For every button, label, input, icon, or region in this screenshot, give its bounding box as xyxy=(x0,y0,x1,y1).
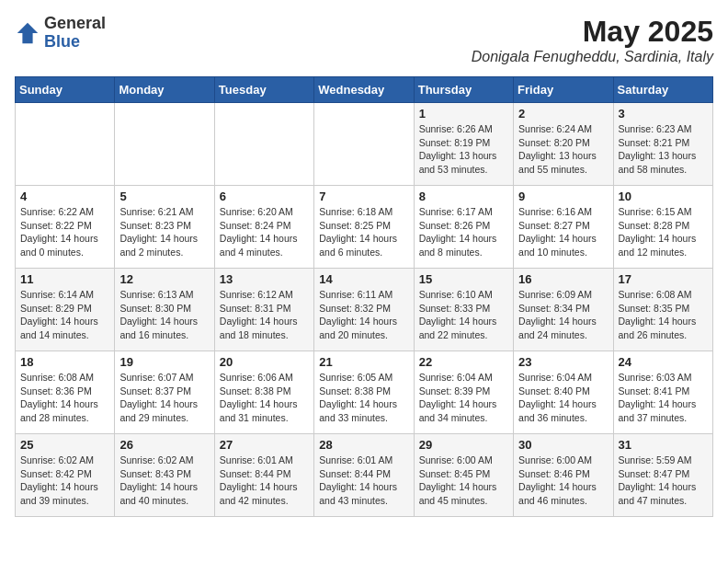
day-number: 16 xyxy=(518,272,608,286)
week-row-3: 11Sunrise: 6:14 AM Sunset: 8:29 PM Dayli… xyxy=(16,269,713,351)
day-info: Sunrise: 6:21 AM Sunset: 8:23 PM Dayligh… xyxy=(119,205,209,259)
day-number: 1 xyxy=(419,107,508,121)
day-number: 31 xyxy=(619,438,708,452)
calendar-header: SundayMondayTuesdayWednesdayThursdayFrid… xyxy=(16,77,713,103)
day-number: 12 xyxy=(119,272,209,286)
day-cell xyxy=(314,103,414,186)
day-info: Sunrise: 6:02 AM Sunset: 8:42 PM Dayligh… xyxy=(20,454,109,508)
day-info: Sunrise: 6:12 AM Sunset: 8:31 PM Dayligh… xyxy=(220,288,309,342)
month-year: May 2025 xyxy=(472,15,713,49)
day-info: Sunrise: 6:11 AM Sunset: 8:32 PM Dayligh… xyxy=(319,288,408,342)
day-cell: 31Sunrise: 5:59 AM Sunset: 8:47 PM Dayli… xyxy=(613,434,712,517)
day-number: 28 xyxy=(319,438,408,452)
day-info: Sunrise: 6:00 AM Sunset: 8:46 PM Dayligh… xyxy=(518,454,608,508)
day-number: 4 xyxy=(20,190,109,203)
day-info: Sunrise: 6:23 AM Sunset: 8:21 PM Dayligh… xyxy=(619,122,708,177)
header-row: SundayMondayTuesdayWednesdayThursdayFrid… xyxy=(16,77,713,103)
logo-blue: Blue xyxy=(44,33,106,52)
day-cell: 6Sunrise: 6:20 AM Sunset: 8:24 PM Daylig… xyxy=(214,186,313,269)
day-cell: 26Sunrise: 6:02 AM Sunset: 8:43 PM Dayli… xyxy=(115,434,214,517)
day-info: Sunrise: 6:08 AM Sunset: 8:36 PM Dayligh… xyxy=(20,371,109,425)
day-number: 3 xyxy=(619,107,708,121)
day-info: Sunrise: 6:26 AM Sunset: 8:19 PM Dayligh… xyxy=(419,122,508,177)
day-info: Sunrise: 6:13 AM Sunset: 8:30 PM Dayligh… xyxy=(119,288,209,342)
day-info: Sunrise: 6:04 AM Sunset: 8:40 PM Dayligh… xyxy=(518,371,608,425)
day-info: Sunrise: 6:01 AM Sunset: 8:44 PM Dayligh… xyxy=(220,454,309,508)
day-cell: 7Sunrise: 6:18 AM Sunset: 8:25 PM Daylig… xyxy=(314,186,414,269)
day-cell: 23Sunrise: 6:04 AM Sunset: 8:40 PM Dayli… xyxy=(514,351,613,434)
day-info: Sunrise: 6:05 AM Sunset: 8:38 PM Dayligh… xyxy=(319,371,408,425)
week-row-2: 4Sunrise: 6:22 AM Sunset: 8:22 PM Daylig… xyxy=(16,186,713,269)
day-number: 21 xyxy=(319,355,408,369)
day-number: 15 xyxy=(419,272,508,286)
day-number: 9 xyxy=(518,190,608,203)
day-cell: 9Sunrise: 6:16 AM Sunset: 8:27 PM Daylig… xyxy=(514,186,613,269)
day-cell: 25Sunrise: 6:02 AM Sunset: 8:42 PM Dayli… xyxy=(16,434,115,517)
day-cell: 22Sunrise: 6:04 AM Sunset: 8:39 PM Dayli… xyxy=(414,351,513,434)
logo: General Blue xyxy=(15,15,106,52)
day-number: 26 xyxy=(119,438,209,452)
day-cell: 12Sunrise: 6:13 AM Sunset: 8:30 PM Dayli… xyxy=(115,269,214,351)
day-number: 20 xyxy=(220,355,309,369)
day-cell: 8Sunrise: 6:17 AM Sunset: 8:26 PM Daylig… xyxy=(414,186,513,269)
day-info: Sunrise: 6:10 AM Sunset: 8:33 PM Dayligh… xyxy=(419,288,508,342)
day-info: Sunrise: 6:15 AM Sunset: 8:28 PM Dayligh… xyxy=(619,205,708,259)
day-number: 17 xyxy=(619,272,708,286)
day-cell: 3Sunrise: 6:23 AM Sunset: 8:21 PM Daylig… xyxy=(613,103,712,186)
day-info: Sunrise: 6:06 AM Sunset: 8:38 PM Dayligh… xyxy=(220,371,309,425)
day-info: Sunrise: 6:04 AM Sunset: 8:39 PM Dayligh… xyxy=(419,371,508,425)
day-number: 27 xyxy=(220,438,309,452)
day-info: Sunrise: 6:16 AM Sunset: 8:27 PM Dayligh… xyxy=(518,205,608,259)
header-friday: Friday xyxy=(514,77,613,103)
day-info: Sunrise: 6:14 AM Sunset: 8:29 PM Dayligh… xyxy=(20,288,109,342)
logo-icon xyxy=(15,20,40,46)
day-info: Sunrise: 6:01 AM Sunset: 8:44 PM Dayligh… xyxy=(319,454,408,508)
day-cell: 10Sunrise: 6:15 AM Sunset: 8:28 PM Dayli… xyxy=(613,186,712,269)
day-cell: 30Sunrise: 6:00 AM Sunset: 8:46 PM Dayli… xyxy=(514,434,613,517)
day-number: 6 xyxy=(220,190,309,203)
day-cell: 13Sunrise: 6:12 AM Sunset: 8:31 PM Dayli… xyxy=(214,269,313,351)
day-cell: 19Sunrise: 6:07 AM Sunset: 8:37 PM Dayli… xyxy=(115,351,214,434)
week-row-5: 25Sunrise: 6:02 AM Sunset: 8:42 PM Dayli… xyxy=(16,434,713,517)
day-cell xyxy=(115,103,214,186)
day-info: Sunrise: 6:09 AM Sunset: 8:34 PM Dayligh… xyxy=(518,288,608,342)
day-cell: 11Sunrise: 6:14 AM Sunset: 8:29 PM Dayli… xyxy=(16,269,115,351)
day-cell: 5Sunrise: 6:21 AM Sunset: 8:23 PM Daylig… xyxy=(115,186,214,269)
day-cell: 20Sunrise: 6:06 AM Sunset: 8:38 PM Dayli… xyxy=(214,351,313,434)
day-info: Sunrise: 6:08 AM Sunset: 8:35 PM Dayligh… xyxy=(619,288,708,342)
location: Donigala Fenugheddu, Sardinia, Italy xyxy=(472,49,713,65)
logo-general: General xyxy=(44,15,106,33)
day-number: 29 xyxy=(419,438,508,452)
svg-marker-0 xyxy=(17,23,38,43)
header-thursday: Thursday xyxy=(414,77,513,103)
day-number: 10 xyxy=(619,190,708,203)
header-wednesday: Wednesday xyxy=(314,77,414,103)
day-cell: 14Sunrise: 6:11 AM Sunset: 8:32 PM Dayli… xyxy=(314,269,414,351)
day-number: 13 xyxy=(220,272,309,286)
day-number: 8 xyxy=(419,190,508,203)
calendar-table: SundayMondayTuesdayWednesdayThursdayFrid… xyxy=(15,76,713,517)
day-cell: 18Sunrise: 6:08 AM Sunset: 8:36 PM Dayli… xyxy=(16,351,115,434)
header-saturday: Saturday xyxy=(613,77,712,103)
day-number: 30 xyxy=(518,438,608,452)
week-row-1: 1Sunrise: 6:26 AM Sunset: 8:19 PM Daylig… xyxy=(16,103,713,186)
header-monday: Monday xyxy=(115,77,214,103)
day-info: Sunrise: 6:07 AM Sunset: 8:37 PM Dayligh… xyxy=(119,371,209,425)
day-cell xyxy=(214,103,313,186)
title-block: May 2025 Donigala Fenugheddu, Sardinia, … xyxy=(472,15,713,65)
day-info: Sunrise: 6:03 AM Sunset: 8:41 PM Dayligh… xyxy=(619,371,708,425)
day-info: Sunrise: 6:22 AM Sunset: 8:22 PM Dayligh… xyxy=(20,205,109,259)
day-number: 14 xyxy=(319,272,408,286)
day-cell: 21Sunrise: 6:05 AM Sunset: 8:38 PM Dayli… xyxy=(314,351,414,434)
day-cell: 17Sunrise: 6:08 AM Sunset: 8:35 PM Dayli… xyxy=(613,269,712,351)
page-header: General Blue May 2025 Donigala Fenughedd… xyxy=(15,15,713,65)
day-number: 18 xyxy=(20,355,109,369)
day-info: Sunrise: 6:17 AM Sunset: 8:26 PM Dayligh… xyxy=(419,205,508,259)
day-number: 2 xyxy=(518,107,608,121)
day-number: 22 xyxy=(419,355,508,369)
day-cell: 28Sunrise: 6:01 AM Sunset: 8:44 PM Dayli… xyxy=(314,434,414,517)
day-info: Sunrise: 6:00 AM Sunset: 8:45 PM Dayligh… xyxy=(419,454,508,508)
header-sunday: Sunday xyxy=(16,77,115,103)
day-cell: 24Sunrise: 6:03 AM Sunset: 8:41 PM Dayli… xyxy=(613,351,712,434)
day-cell: 4Sunrise: 6:22 AM Sunset: 8:22 PM Daylig… xyxy=(16,186,115,269)
